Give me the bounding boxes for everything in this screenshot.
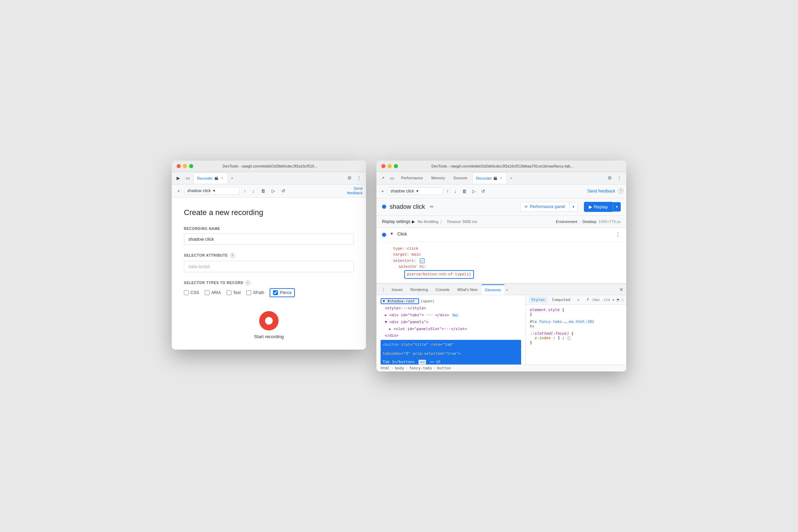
aria-checkbox[interactable]: [205, 290, 210, 295]
start-recording-button[interactable]: Start recording: [254, 311, 283, 339]
left-more-tabs[interactable]: »: [229, 175, 235, 181]
pierce-checkbox-item[interactable]: Pierce: [273, 290, 291, 295]
replay-settings-link[interactable]: Replay settings ▶: [382, 219, 415, 224]
recorder-tab-right[interactable]: Recorder 🎬 ×: [472, 172, 507, 183]
add-style-icon[interactable]: +: [612, 298, 615, 302]
issues-tab[interactable]: Issues: [388, 284, 406, 295]
selector-attr-input[interactable]: [184, 261, 354, 272]
text-checkbox[interactable]: [227, 290, 231, 295]
left-device-toggle[interactable]: ▭: [184, 174, 192, 182]
console-tab[interactable]: Console: [432, 284, 453, 295]
breadcrumb-body[interactable]: body: [395, 366, 404, 370]
edit-title-icon[interactable]: ✏: [430, 204, 434, 209]
step-code-block: type: click target: main selectors: ↗ se…: [376, 242, 626, 284]
step-type-label: Click: [397, 231, 407, 237]
left-recorder-tab[interactable]: Recorder 🎬 ×: [193, 172, 228, 183]
css-checkbox-item[interactable]: CSS: [184, 290, 199, 295]
right-device-toggle[interactable]: ▭: [388, 174, 396, 182]
css-checkbox[interactable]: [184, 290, 189, 295]
step-more-options[interactable]: ⋮: [615, 231, 621, 238]
replay-main-button[interactable]: ▶ Replay: [584, 202, 613, 212]
replay-button-group: ▶ Replay ▾: [584, 202, 621, 212]
breadcrumb-button[interactable]: button: [437, 366, 451, 370]
styles-more-tabs[interactable]: »: [575, 297, 583, 303]
slot-attr: slot=: [401, 342, 413, 347]
hov-toggle[interactable]: :hov: [591, 298, 600, 302]
code-target-line: target: main: [393, 252, 618, 258]
right-window-title: DevTools - rawgit.com/ebidel/2d2bb0cdec3…: [383, 164, 621, 168]
feedback-link-left[interactable]: Send feedback: [347, 186, 363, 195]
delete-button-right[interactable]: 🗑: [460, 187, 469, 195]
recorder-tab-close-right[interactable]: ×: [499, 176, 503, 180]
xpath-checkbox[interactable]: [246, 290, 251, 295]
recording-name-dropdown-left[interactable]: shadow click ▾: [184, 187, 240, 195]
styles-tab[interactable]: Styles: [528, 297, 548, 303]
right-more-options[interactable]: ⋮: [615, 174, 623, 182]
right-cursor-tool[interactable]: ↗: [379, 174, 387, 182]
whats-new-tab[interactable]: What's New: [454, 284, 481, 295]
selector-types-label: SELECTOR TYPES TO RECORD ?: [184, 281, 354, 285]
pierce-checkbox[interactable]: [273, 290, 278, 295]
step-status-dot: [382, 233, 386, 237]
step-expand-arrow[interactable]: ▼: [390, 231, 394, 236]
target-val: main: [411, 252, 421, 257]
performance-tab[interactable]: Performance: [398, 172, 426, 183]
replay-dropdown-button[interactable]: ▾: [613, 202, 621, 212]
file-link[interactable]: fancy-tabs-….mo.html:302: [539, 319, 594, 324]
computed-layout-icon[interactable]: ☐: [621, 298, 623, 302]
new-style-rule-icon[interactable]: ⬒: [617, 298, 619, 302]
recording-name-input[interactable]: [184, 233, 354, 245]
filter-f-icon[interactable]: F: [587, 298, 589, 302]
memory-tab[interactable]: Memory: [428, 172, 449, 183]
close-bottom-panel[interactable]: ✕: [619, 287, 623, 292]
import-button-left[interactable]: ↓: [250, 187, 257, 195]
recorder-tab-close[interactable]: ×: [220, 176, 224, 180]
record-dot-icon: [265, 317, 273, 325]
aria-checkbox-item[interactable]: ARIA: [205, 290, 221, 295]
performance-panel-label: Performance panel: [530, 204, 565, 209]
breadcrumb-fancy-tabs[interactable]: fancy-tabs: [409, 366, 432, 370]
left-recorder-toolbar: + shadow click ▾ ↑ ↓ 🗑 ▷ ↺ Send feedback: [172, 185, 366, 198]
replay-settings-arrow: ▶: [412, 219, 415, 224]
performance-panel-dropdown[interactable]: ▾: [570, 202, 578, 212]
import-button-right[interactable]: ↓: [452, 187, 459, 195]
right-settings-icon[interactable]: ⚙: [606, 174, 614, 182]
undo-button-right[interactable]: ↺: [479, 187, 487, 195]
export-button-left[interactable]: ↑: [242, 187, 248, 195]
play-step-button-right[interactable]: ▷: [470, 187, 478, 195]
export-button-right[interactable]: ↑: [444, 187, 451, 195]
send-feedback-link[interactable]: Send feedback: [587, 189, 615, 194]
performance-panel-button[interactable]: ⟳ Performance panel: [520, 202, 569, 212]
computed-tab[interactable]: Computed: [549, 297, 573, 303]
xpath-checkbox-item[interactable]: XPath: [246, 290, 264, 295]
recording-name-dropdown-right[interactable]: shadow click ▾: [388, 187, 443, 195]
left-cursor-tool[interactable]: ▶: [175, 174, 182, 182]
file-ref-line: #ta fancy-tabs-….mo.html:302: [530, 319, 622, 324]
shadow-root-label[interactable]: ▼ #shadow-root: [381, 298, 419, 304]
bottom-devtools-panel: ⋮ Issues Rendering Console What's New El…: [376, 283, 626, 371]
breadcrumb-bar: html › body › fancy-tabs › button: [376, 364, 626, 371]
bottom-panel-toggle[interactable]: ⋮: [379, 286, 388, 293]
help-icon[interactable]: ?: [618, 188, 623, 194]
cls-toggle[interactable]: .cls: [602, 298, 610, 302]
bottom-more-tabs[interactable]: »: [506, 288, 508, 292]
breadcrumb-html[interactable]: html: [381, 366, 390, 370]
div-tabs-tag: ► <div id="tabs"> ··· </div>: [385, 313, 449, 317]
play-step-button-left[interactable]: ▷: [270, 187, 277, 195]
selected-button-row[interactable]: <button slot="title" role="tab": [381, 340, 521, 350]
left-more-options[interactable]: ⋮: [355, 174, 363, 182]
button-row-line3: Tab 1</button> slot == $0: [381, 358, 521, 365]
sources-tab[interactable]: Sources: [450, 172, 471, 183]
elements-tab[interactable]: Elements: [482, 284, 504, 295]
delete-button-left[interactable]: 🗑: [259, 187, 268, 195]
rendering-tab[interactable]: Rendering: [407, 284, 432, 295]
element-style-rule: element.style { }: [530, 308, 622, 317]
text-checkbox-item[interactable]: Text: [227, 290, 241, 295]
zindex-prop: z-index: [535, 336, 551, 340]
new-recording-button[interactable]: +: [175, 187, 182, 195]
new-recording-button-right[interactable]: +: [379, 187, 386, 195]
undo-button-left[interactable]: ↺: [279, 187, 287, 195]
left-settings-icon[interactable]: ⚙: [346, 174, 354, 182]
right-more-tabs[interactable]: »: [508, 175, 514, 181]
info-icon[interactable]: i: [567, 336, 571, 340]
